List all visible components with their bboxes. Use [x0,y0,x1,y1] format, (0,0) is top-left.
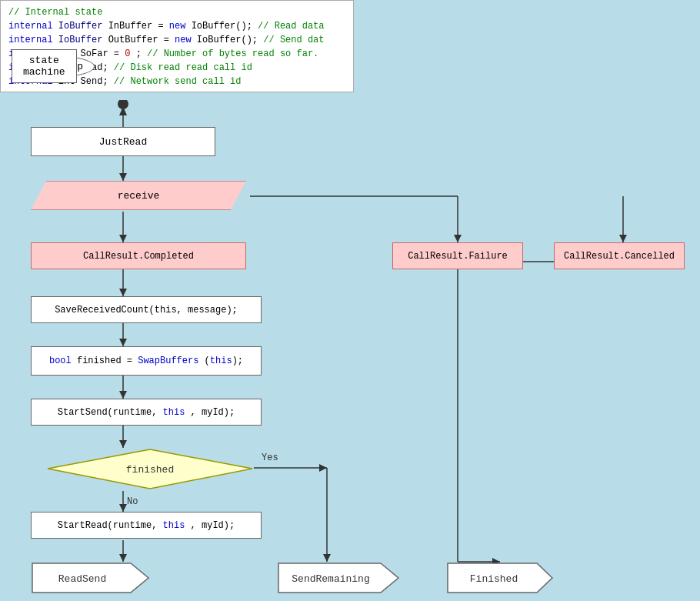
finished-state-node: Finished [446,562,554,594]
svg-marker-14 [119,440,127,448]
svg-marker-6 [119,235,127,242]
start-send-node: StartSend(runtime, this , myId); [31,399,262,426]
svg-marker-19 [119,504,127,512]
read-send-node: ReadSend [31,562,150,594]
svg-text:No: No [127,496,138,507]
call-result-cancelled-node: CallResult.Cancelled [554,242,685,269]
svg-marker-35 [619,235,627,242]
code-line2: internal IoBuffer OutBuffer = new IoBuff… [8,33,345,47]
svg-text:Yes: Yes [262,452,278,463]
svg-marker-0 [119,106,127,115]
finished-diamond-node: finished [46,448,254,490]
svg-marker-12 [119,391,127,399]
svg-text:SendRemaining: SendRemaining [292,573,369,585]
code-line1: internal IoBuffer InBuffer = new IoBuffe… [8,19,345,33]
svg-marker-22 [119,554,127,562]
send-remaining-node: SendRemaining [277,562,400,594]
svg-marker-10 [119,339,127,346]
main-container: // Internal state internal IoBuffer InBu… [0,0,700,601]
svg-marker-4 [119,173,127,181]
header-area: StreamPump state machine [12,65,42,67]
svg-point-2 [118,100,128,109]
save-received-node: SaveReceivedCount(this, message); [31,296,262,323]
svg-marker-24 [323,554,331,562]
code-line-comment1: // Internal state [8,5,345,19]
start-read-node: StartRead(runtime, this , myId); [31,512,262,539]
bool-finished-node: bool finished = SwapBuffers (this); [31,346,262,376]
svg-text:finished: finished [126,464,174,476]
svg-marker-32 [454,235,462,242]
call-result-completed-node: CallResult.Completed [31,242,246,269]
just-read-node: JustRead [31,127,215,156]
svg-text:Finished: Finished [470,573,518,585]
call-result-failure-node: CallResult.Failure [392,242,523,269]
svg-marker-8 [119,289,127,296]
receive-node: receive [31,181,246,210]
svg-text:ReadSend: ReadSend [58,573,106,585]
svg-marker-16 [319,464,327,472]
state-machine-label: state machine [12,49,77,83]
diagram-area: Yes No [0,100,700,601]
